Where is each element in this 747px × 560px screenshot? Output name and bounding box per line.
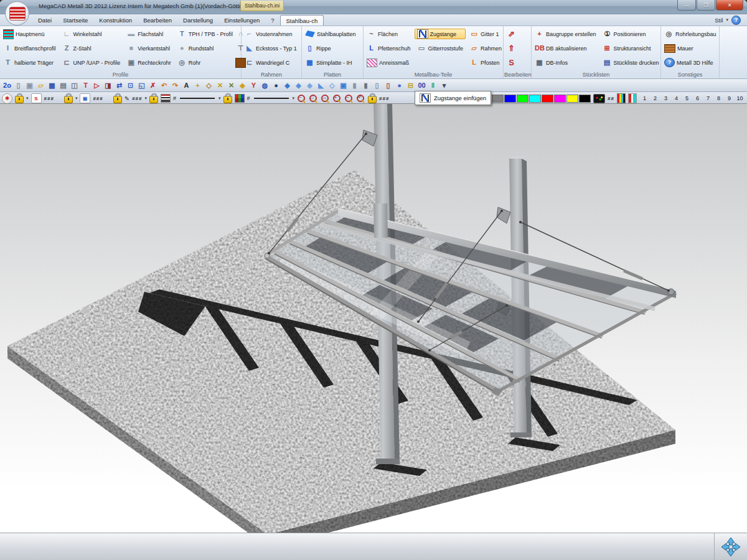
flow-diagram-icon[interactable]: ⊟ bbox=[405, 80, 416, 90]
ribbon-item[interactable]: ▦ DB-Infos bbox=[532, 57, 599, 68]
cylinder2-tool-icon[interactable]: ▮ bbox=[360, 80, 371, 90]
megacad-2d-icon[interactable]: 2o bbox=[2, 80, 12, 90]
ribbon-item[interactable]: ⇑ bbox=[504, 43, 530, 54]
cylinder4-tool-icon[interactable]: ▯ bbox=[383, 80, 393, 90]
ini-file-badge[interactable]: Stahlbau-ch.ini bbox=[240, 1, 284, 11]
menu-tab[interactable]: Startseite bbox=[57, 14, 93, 26]
linestyle-caret-icon[interactable]: ▾ bbox=[293, 96, 295, 101]
swatch-blue[interactable] bbox=[504, 95, 516, 103]
mannequin-icon[interactable]: Y bbox=[248, 80, 259, 90]
screen-colors-icon[interactable] bbox=[593, 94, 605, 103]
swap-drawing-icon[interactable]: ⇄ bbox=[114, 80, 125, 90]
linestyle-lock-icon[interactable] bbox=[223, 96, 232, 103]
layer-page-icon[interactable]: ▣ bbox=[80, 93, 90, 103]
cylinder3-tool-icon[interactable]: ▯ bbox=[372, 80, 382, 90]
color-lock-caret-icon[interactable]: ▾ bbox=[26, 96, 29, 101]
ribbon-item[interactable]: ■ Vierkantstahl bbox=[124, 43, 174, 54]
plot-text-icon[interactable]: T bbox=[80, 80, 91, 90]
view-5[interactable]: 5 bbox=[682, 95, 692, 101]
view-4[interactable]: 4 bbox=[671, 95, 682, 101]
ribbon-item[interactable]: ⇗ bbox=[504, 29, 530, 39]
rings-icon[interactable]: 00 bbox=[416, 80, 427, 90]
pen-lock-icon[interactable] bbox=[113, 96, 122, 103]
ribbon-item[interactable]: T TPH / TPB - Profil bbox=[175, 29, 235, 39]
zoom-in-icon[interactable]: + bbox=[332, 94, 342, 103]
window-views-icon[interactable]: ◱ bbox=[136, 80, 147, 90]
selection-attr-icon[interactable]: S bbox=[31, 93, 42, 103]
view-9[interactable]: 9 bbox=[724, 95, 735, 101]
ribbon-item[interactable]: ◎ Rohrleitungsbau bbox=[662, 29, 719, 39]
window-refresh-icon[interactable]: ⊡ bbox=[125, 80, 136, 90]
ribbon-item[interactable]: ~ Flächen bbox=[364, 29, 413, 39]
page-forward-icon[interactable]: ▷ bbox=[92, 80, 102, 90]
pen-caret-icon[interactable]: ▾ bbox=[145, 96, 148, 101]
swatch-magenta[interactable] bbox=[554, 95, 566, 103]
swatch-lightgray[interactable] bbox=[479, 95, 491, 103]
layer-lock-icon[interactable] bbox=[64, 96, 73, 103]
undo-icon[interactable]: ↶ bbox=[159, 80, 169, 90]
ribbon-item[interactable]: Zugstange bbox=[415, 29, 466, 39]
ribbon-item[interactable]: ● Rundstahl bbox=[175, 43, 235, 54]
color-number-field[interactable]: ### bbox=[44, 96, 54, 101]
linewidth-lock-icon[interactable] bbox=[149, 96, 158, 103]
close-button[interactable]: ✕ bbox=[716, 0, 743, 11]
ribbon-item[interactable]: L Pfettenschuh bbox=[364, 43, 413, 54]
ribbon-item[interactable]: ⊏ UNP /UAP - Profile bbox=[60, 57, 123, 68]
layer-lock-caret-icon[interactable]: ▾ bbox=[75, 96, 78, 101]
menu-tab[interactable]: Darstellung bbox=[177, 14, 218, 26]
style-caret-icon[interactable]: ▾ bbox=[726, 17, 728, 22]
color-bars-icon[interactable]: ‖ bbox=[428, 80, 438, 90]
snap-x-alt-icon[interactable]: ✕ bbox=[226, 80, 237, 90]
save-icon[interactable]: ▦ bbox=[47, 80, 57, 90]
linewidth-sample[interactable] bbox=[180, 98, 215, 99]
ribbon-item[interactable]: ① Positionieren bbox=[600, 29, 662, 39]
open-folder-icon[interactable]: ▱ bbox=[35, 80, 46, 90]
view-7[interactable]: 7 bbox=[703, 95, 713, 101]
menu-tab[interactable]: ? bbox=[265, 14, 280, 26]
swatch-cyan[interactable] bbox=[529, 95, 541, 103]
wedge-tool-icon[interactable]: ◣ bbox=[316, 80, 326, 90]
snap-x-icon[interactable]: ✕ bbox=[215, 80, 225, 90]
view-1[interactable]: 1 bbox=[639, 95, 650, 101]
open-document-icon[interactable]: ▣ bbox=[24, 80, 35, 90]
ribbon-item[interactable]: ▯ Rippe bbox=[303, 43, 362, 54]
ribbon-item[interactable]: ⌐ Voutenrahmen bbox=[242, 29, 301, 39]
ribbon-item[interactable]: L Pfosten bbox=[467, 57, 504, 68]
pen-number-field[interactable]: ### bbox=[132, 96, 142, 101]
view-3[interactable]: 3 bbox=[660, 95, 671, 101]
linestyle-sample[interactable] bbox=[254, 98, 289, 99]
swatch-yellow[interactable] bbox=[566, 95, 578, 103]
box-tool-icon[interactable]: ◆ bbox=[282, 80, 293, 90]
swatch-gray[interactable] bbox=[492, 95, 504, 103]
view-8[interactable]: 8 bbox=[713, 95, 724, 101]
cylinder-tool-icon[interactable]: ▮ bbox=[349, 80, 360, 90]
view-cube-icon[interactable]: ◇ bbox=[204, 80, 214, 90]
web-globe-icon[interactable]: ◍ bbox=[260, 80, 270, 90]
ribbon-item[interactable]: ▱ Rahmen bbox=[467, 43, 504, 54]
ribbon-item[interactable]: + Baugruppe erstellen bbox=[532, 29, 599, 39]
zoom-fit-icon[interactable]: ↔ bbox=[321, 94, 330, 103]
ribbon-item[interactable]: ◣ Eckstoss - Typ 1 bbox=[242, 43, 301, 54]
snap-point-icon[interactable]: ✱ bbox=[2, 93, 12, 104]
swatch-black[interactable] bbox=[579, 95, 591, 103]
ribbon-item[interactable]: ◎ Rohr bbox=[175, 57, 235, 68]
coord-axis-icon[interactable]: + bbox=[192, 80, 203, 90]
swatch-red[interactable] bbox=[542, 95, 553, 103]
ribbon-item[interactable]: ▭ Gitter 1 bbox=[467, 29, 504, 39]
color-grid-icon[interactable] bbox=[235, 94, 245, 103]
rgb-bars-icon[interactable] bbox=[628, 93, 637, 103]
prism-tool-icon[interactable]: ◇ bbox=[327, 80, 337, 90]
ribbon-item[interactable]: ▬ Flachstahl bbox=[124, 29, 174, 39]
menu-tab[interactable]: Datei bbox=[32, 14, 57, 26]
pan-navigation-button[interactable] bbox=[715, 533, 747, 560]
new-document-icon[interactable]: ▯ bbox=[13, 80, 24, 90]
ribbon-item[interactable]: Stahlbauplatten bbox=[303, 29, 362, 39]
print-icon[interactable]: ▤ bbox=[58, 80, 68, 90]
dfsl-sphere-icon[interactable]: ● bbox=[394, 80, 405, 90]
multicolor-bars-icon[interactable] bbox=[617, 93, 626, 103]
menu-tab[interactable]: Bearbeiten bbox=[138, 14, 177, 26]
application-menu-orb[interactable] bbox=[5, 1, 29, 26]
surface-tool-icon[interactable]: ▣ bbox=[338, 80, 349, 90]
maximize-button[interactable]: ❐ bbox=[697, 0, 715, 11]
zoom-out-icon[interactable]: − bbox=[297, 94, 306, 103]
